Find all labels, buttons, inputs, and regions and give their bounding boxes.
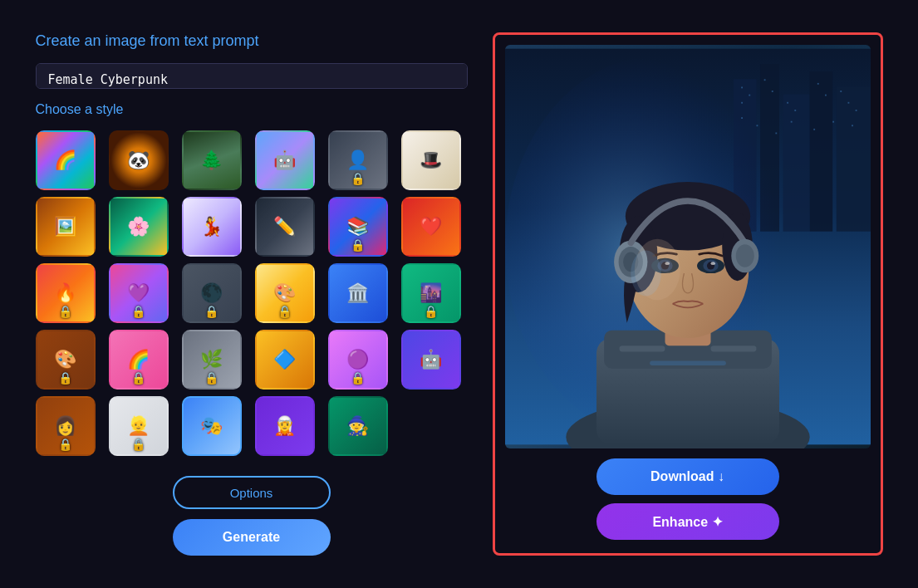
action-buttons-left: Options Generate	[36, 476, 468, 556]
style-item-forest[interactable]: 🌲	[182, 130, 242, 190]
download-button[interactable]: Download ↓	[596, 458, 779, 495]
main-container: Create an image from text prompt Female …	[19, 16, 900, 572]
style-flowers-bg: 🌸	[110, 198, 167, 255]
prompt-input[interactable]: Female Cyberpunk	[36, 63, 468, 89]
svg-point-51	[631, 251, 661, 296]
style-abstract-bg: 🌈	[37, 132, 94, 189]
style-cyberpunk2-bg: 🤖	[403, 331, 459, 388]
style-section-title: Choose a style	[36, 102, 468, 117]
svg-rect-29	[619, 345, 665, 351]
style-item-architecture[interactable]: 🏛️	[328, 263, 388, 323]
svg-rect-11	[787, 102, 788, 104]
style-fantasy-bg: 🧝	[257, 398, 313, 454]
lock-icon: 🔒	[351, 172, 365, 185]
svg-point-49	[710, 262, 715, 265]
generated-image-svg	[505, 45, 871, 448]
svg-rect-24	[852, 125, 853, 126]
style-item-vintage[interactable]: 🎩	[401, 130, 461, 190]
svg-rect-31	[650, 361, 726, 366]
style-vintage-bg: 🎩	[403, 132, 459, 189]
style-item-fantasy[interactable]: 🧝	[255, 396, 315, 456]
style-item-robot[interactable]: 🤖	[255, 130, 315, 190]
style-item-sketch[interactable]: ✏️	[255, 197, 315, 257]
style-architecture-bg: 🏛️	[330, 265, 386, 321]
generate-button[interactable]: Generate	[173, 519, 331, 556]
style-item-gradient[interactable]: 🟣 🔒	[328, 330, 388, 390]
svg-rect-22	[813, 129, 815, 130]
style-sketch-bg: ✏️	[257, 198, 313, 255]
style-item-mosaic[interactable]: 🔷	[255, 330, 315, 390]
style-item-panda[interactable]: 🐼	[109, 130, 169, 190]
svg-rect-23	[832, 121, 834, 123]
style-item-neon[interactable]: 💜 🔒	[109, 263, 169, 323]
svg-rect-21	[790, 121, 792, 123]
style-item-warhol[interactable]: 🎨 🔒	[255, 263, 315, 323]
style-panda-bg: 🐼	[110, 132, 167, 189]
style-cyberpunk3-bg: 🎭	[184, 398, 240, 454]
lock-icon-2: 🔒	[351, 238, 365, 252]
lock-icon-8: 🔒	[58, 371, 72, 385]
style-item-renaissance[interactable]: 🖼️	[36, 197, 96, 257]
style-mosaic-bg: 🔷	[257, 331, 313, 388]
style-item-cyberpunk3[interactable]: 🎭	[182, 396, 242, 456]
style-renaissance-bg: 🖼️	[37, 198, 94, 255]
style-grid: 🌈 🐼 🌲 🤖 👤 🔒 🎩 🖼️ 🌸	[36, 130, 468, 456]
style-item-portrait2[interactable]: 👩 🔒	[36, 396, 96, 456]
svg-rect-13	[817, 83, 818, 85]
svg-rect-5	[836, 87, 870, 232]
svg-rect-16	[847, 102, 849, 104]
style-item-colorful[interactable]: 🎨 🔒	[36, 330, 96, 390]
right-panel: Download ↓ Enhance ✦	[493, 32, 883, 556]
style-item-portrait3[interactable]: 👱 🔒	[109, 396, 169, 456]
left-panel: Create an image from text prompt Female …	[36, 32, 468, 556]
style-item-abstract[interactable]: 🌈	[36, 130, 96, 190]
generated-image-container	[505, 45, 871, 448]
svg-point-41	[735, 244, 754, 267]
style-item-dark[interactable]: 🌑 🔒	[182, 263, 242, 323]
lock-icon-5: 🔒	[204, 305, 218, 318]
style-item-love[interactable]: ❤️	[401, 197, 461, 257]
style-robot-bg: 🤖	[257, 132, 313, 189]
style-item-cyberpunk2[interactable]: 🤖	[401, 330, 461, 390]
lock-icon-10: 🔒	[204, 371, 218, 385]
action-buttons-right: Download ↓ Enhance ✦	[505, 458, 871, 540]
svg-rect-15	[840, 91, 842, 92]
svg-rect-10	[771, 91, 773, 92]
svg-rect-14	[825, 95, 827, 96]
style-item-flowers[interactable]: 🌸	[109, 197, 169, 257]
style-item-rainbow[interactable]: 🌈 🔒	[109, 330, 169, 390]
svg-rect-17	[855, 110, 857, 111]
lock-icon-7: 🔒	[424, 305, 438, 318]
page-title: Create an image from text prompt	[36, 32, 468, 50]
style-item-silhouette[interactable]: 🌆 🔒	[401, 263, 461, 323]
style-item-book[interactable]: 📚 🔒	[328, 197, 388, 257]
style-item-elf[interactable]: 🧙	[328, 396, 388, 456]
style-love-bg: ❤️	[403, 198, 459, 255]
lock-icon-6: 🔒	[277, 305, 292, 318]
style-item-ballet[interactable]: 💃	[182, 197, 242, 257]
style-elf-bg: 🧙	[330, 398, 386, 454]
enhance-button[interactable]: Enhance ✦	[596, 503, 779, 540]
svg-rect-30	[710, 345, 756, 351]
svg-rect-4	[809, 71, 832, 232]
style-item-forest2[interactable]: 🌿 🔒	[182, 330, 242, 390]
lock-icon-13: 🔒	[131, 438, 145, 451]
style-ballet-bg: 💃	[184, 198, 240, 255]
style-item-portrait[interactable]: 👤 🔒	[328, 130, 388, 190]
lock-icon-4: 🔒	[131, 305, 145, 318]
lock-icon-12: 🔒	[58, 438, 72, 451]
style-item-fire[interactable]: 🔥 🔒	[36, 263, 96, 323]
lock-icon-9: 🔒	[131, 371, 145, 385]
lock-icon-11: 🔒	[351, 371, 365, 385]
style-forest-bg: 🌲	[184, 132, 240, 189]
options-button[interactable]: Options	[173, 476, 331, 509]
svg-rect-9	[763, 79, 765, 81]
svg-rect-12	[794, 110, 796, 111]
lock-icon-3: 🔒	[58, 305, 72, 318]
